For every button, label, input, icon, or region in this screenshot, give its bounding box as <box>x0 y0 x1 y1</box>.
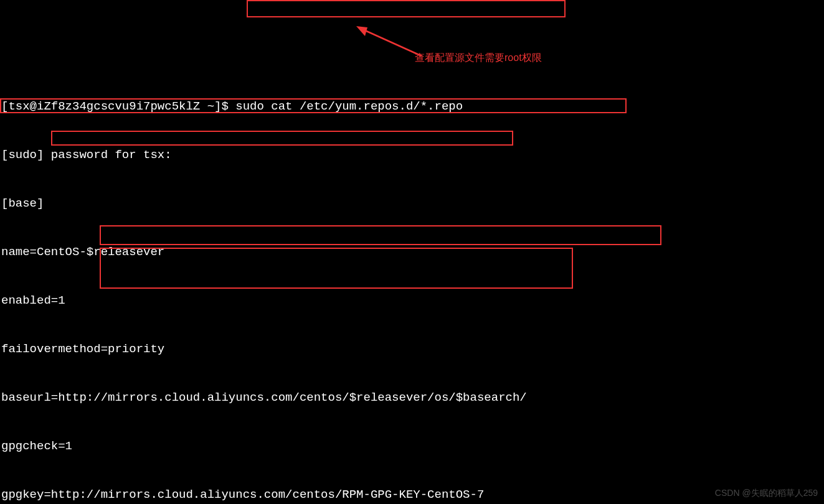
terminal-line: gpgkey=http://mirrors.cloud.aliyuncs.com… <box>1 487 824 503</box>
terminal-line: [sudo] password for tsx: <box>1 147 824 163</box>
terminal-line: name=CentOS-$releasever <box>1 244 824 260</box>
terminal-line: [tsx@iZf8z34gcscvu9i7pwc5klZ ~]$ sudo ca… <box>1 98 824 114</box>
annotation-text: 查看配置源文件需要root权限 <box>415 50 542 66</box>
svg-marker-1 <box>356 26 367 36</box>
svg-line-0 <box>364 30 422 56</box>
watermark: CSDN @失眠的稻草人259 <box>715 485 818 501</box>
highlight-box-command <box>247 0 566 17</box>
terminal-line: [base] <box>1 195 824 212</box>
terminal-line: gpgcheck=1 <box>1 438 824 454</box>
terminal-output: [tsx@iZf8z34gcscvu9i7pwc5klZ ~]$ sudo ca… <box>0 65 824 504</box>
terminal-line: baseurl=http://mirrors.cloud.aliyuncs.co… <box>1 390 824 406</box>
terminal-line: failovermethod=priority <box>1 341 824 357</box>
terminal-line: enabled=1 <box>1 292 824 309</box>
